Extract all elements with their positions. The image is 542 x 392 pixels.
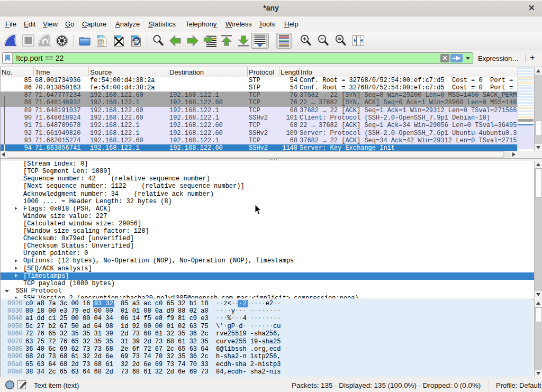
svg-text:0111: 0111 bbox=[98, 43, 104, 46]
